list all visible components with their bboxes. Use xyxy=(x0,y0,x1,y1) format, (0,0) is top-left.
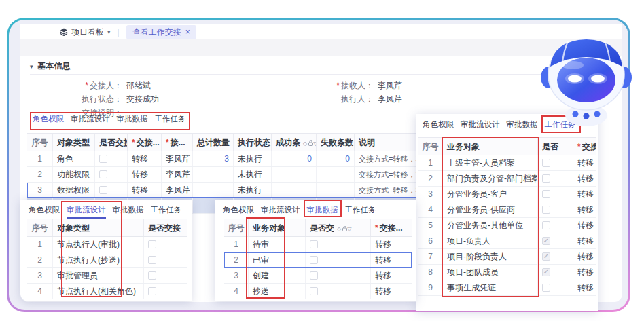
required-mark: * xyxy=(85,81,88,90)
col-type: 对象类型 xyxy=(53,134,95,151)
col-transfer: *交接... xyxy=(128,134,162,151)
board-label: 项目看板 xyxy=(71,26,104,38)
table-header-row: 序号 业务对象 是否交◇▽ *交接... xyxy=(224,219,412,237)
required-mark: * xyxy=(336,81,340,90)
panel-tabs: 角色权限 审批流设计 审批数据 工作任务 xyxy=(29,205,182,219)
sort-icon[interactable]: ◇ xyxy=(337,226,342,232)
table-row[interactable]: 1 节点执行人(审批) xyxy=(27,237,187,252)
row-checkbox[interactable] xyxy=(542,159,550,167)
table-row[interactable]: 9 事项生成凭证 转移 xyxy=(418,280,596,296)
row-checkbox[interactable] xyxy=(310,240,318,248)
table-header-row: 序号 业务对象 是否 *交接... xyxy=(418,138,596,155)
tab-approval-flow-design[interactable]: 审批流设计 xyxy=(461,119,500,132)
tab-approval-flow-design[interactable]: 审批流设计 xyxy=(261,205,300,217)
tab-approval-data[interactable]: 审批数据 xyxy=(507,119,538,132)
tab-role-permissions[interactable]: 角色权限 xyxy=(423,119,454,132)
divider: | xyxy=(118,27,120,37)
row-checkbox[interactable] xyxy=(542,237,550,245)
field-status: 执行状态： 交接成功 xyxy=(27,94,159,105)
tab-work-tasks[interactable]: 工作任务 xyxy=(345,205,376,217)
field-executor: 执行人： 李凤芹 xyxy=(326,94,402,105)
robot-mascot xyxy=(535,33,637,128)
row-checkbox[interactable] xyxy=(542,284,550,292)
tab-role-permissions[interactable]: 角色权限 xyxy=(29,205,60,219)
row-checkbox[interactable] xyxy=(310,271,318,280)
row-checkbox[interactable] xyxy=(310,256,318,264)
row-checkbox[interactable] xyxy=(99,170,107,178)
col-no: 序号 xyxy=(27,134,53,151)
row-checkbox[interactable] xyxy=(542,268,550,276)
col-total: 总计数量 xyxy=(193,134,234,151)
table-row[interactable]: 7 项目-阶段负责人 转移 xyxy=(418,249,596,265)
tab-approval-data[interactable]: 审批数据 xyxy=(113,205,144,219)
table-row[interactable]: 4 分管业务员-供应商 转移 xyxy=(418,202,596,218)
table-row[interactable]: 2 部门负责及分管-部门档案 转移 xyxy=(418,171,596,187)
table-row-selected[interactable]: 2 已审 转移 xyxy=(224,252,412,268)
row-checkbox[interactable] xyxy=(148,240,156,248)
table-row[interactable]: 6 项目-负责人 转移 xyxy=(418,233,596,249)
row-checkbox[interactable] xyxy=(310,287,318,295)
tab-role-permissions[interactable]: 角色权限 xyxy=(33,114,64,126)
collapse-icon[interactable]: ▾ xyxy=(30,63,33,70)
panel-tabs: 角色权限 审批流设计 审批数据 工作任务 xyxy=(223,205,376,217)
tab-work-tasks[interactable]: 工作任务 xyxy=(155,114,186,126)
table-row[interactable]: 5 分管业务员-其他单位 转移 xyxy=(418,218,596,233)
filter-icon[interactable]: ▽ xyxy=(347,226,353,232)
field-label: 交接人： xyxy=(90,81,122,90)
table-row[interactable]: 3 创建 转移 xyxy=(224,268,412,284)
field-label: 执行状态： xyxy=(27,94,122,105)
close-icon[interactable]: × xyxy=(185,27,190,37)
tab-role-permissions[interactable]: 角色权限 xyxy=(223,205,254,217)
table-row[interactable]: 3 分管业务员-客户 转移 xyxy=(418,187,596,202)
tab-approval-data[interactable]: 审批数据 xyxy=(117,114,148,126)
top-tab-bar: 项目看板 ▾ | 查看工作交接 × xyxy=(20,24,622,39)
field-value: 李凤芹 xyxy=(378,94,402,105)
table-row[interactable]: 3 审批管理员 xyxy=(27,268,187,284)
row-checkbox[interactable] xyxy=(542,190,550,198)
col-fail: 失败条数 xyxy=(317,134,355,151)
background-band xyxy=(20,39,622,56)
approval-flow-panel: 角色权限 审批流设计 审批数据 工作任务 序号 对象类型 是否交接 1 节点执行… xyxy=(20,200,192,301)
row-checkbox[interactable] xyxy=(542,252,550,261)
field-receiver: *接收人： 李凤芹 xyxy=(326,80,402,91)
col-success: 成功条◇▽ xyxy=(272,134,317,151)
field-label: 接收人： xyxy=(341,81,374,90)
row-checkbox[interactable] xyxy=(99,155,107,163)
tab-approval-data[interactable]: 审批数据 xyxy=(307,205,338,217)
row-checkbox[interactable] xyxy=(542,174,550,183)
table-header-row: 序号 对象类型 是否交接 xyxy=(27,219,187,237)
field-label: 执行人： xyxy=(326,94,374,105)
row-checkbox[interactable] xyxy=(148,271,156,280)
approval-data-panel: 角色权限 审批流设计 审批数据 工作任务 序号 业务对象 是否交◇▽ *交接..… xyxy=(215,200,416,301)
field-handover: *交接人： 邵绪斌 xyxy=(27,80,151,91)
tab-work-tasks[interactable]: 工作任务 xyxy=(151,205,182,219)
tab-approval-flow-design[interactable]: 审批流设计 xyxy=(71,114,110,126)
row-checkbox[interactable] xyxy=(99,186,107,194)
table-row[interactable]: 1 待审 转移 xyxy=(224,237,412,252)
row-checkbox[interactable] xyxy=(148,287,156,295)
chevron-down-icon[interactable]: ▾ xyxy=(107,29,111,35)
basic-info-header[interactable]: ▾ 基本信息 xyxy=(30,60,71,72)
basic-info-title: 基本信息 xyxy=(38,60,71,72)
tab-view-handover[interactable]: 查看工作交接 × xyxy=(126,25,196,39)
table-row[interactable]: 4 抄送 转移 xyxy=(224,284,412,299)
sort-icon[interactable]: ◇ xyxy=(303,140,308,147)
row-checkbox[interactable] xyxy=(542,206,550,214)
work-task-panel: 角色权限 审批流设计 审批数据 工作任务 序号 业务对象 是否 *交接... 1… xyxy=(416,114,598,311)
col-receiver: *接... xyxy=(162,134,193,151)
col-status: 执行状态 xyxy=(234,134,272,151)
board-selector[interactable]: 项目看板 ▾ xyxy=(60,26,111,38)
row-checkbox[interactable] xyxy=(542,221,550,229)
field-value: 邵绪斌 xyxy=(126,80,151,92)
table-row[interactable]: 2 节点执行人(抄送) xyxy=(27,252,187,268)
field-value: 交接成功 xyxy=(126,94,159,105)
tab-approval-flow-design[interactable]: 审批流设计 xyxy=(67,205,106,219)
table-row[interactable]: 1 上级主管-人员档案 转移 xyxy=(418,155,596,171)
col-is-transfer: 是否交接 xyxy=(95,134,128,151)
table-row[interactable]: 8 项目-团队成员 转移 xyxy=(418,265,596,280)
approval-flow-table: 序号 对象类型 是否交接 1 节点执行人(审批) 2 节点执行人(抄送) 3 审… xyxy=(27,219,187,299)
table-row[interactable]: 4 节点执行人(相关角色) xyxy=(27,284,187,299)
tab-label: 查看工作交接 xyxy=(132,26,181,38)
approval-data-table: 序号 业务对象 是否交◇▽ *交接... 1 待审 转移 2 已审 转移 3 创… xyxy=(224,219,412,299)
row-checkbox[interactable] xyxy=(148,256,156,264)
